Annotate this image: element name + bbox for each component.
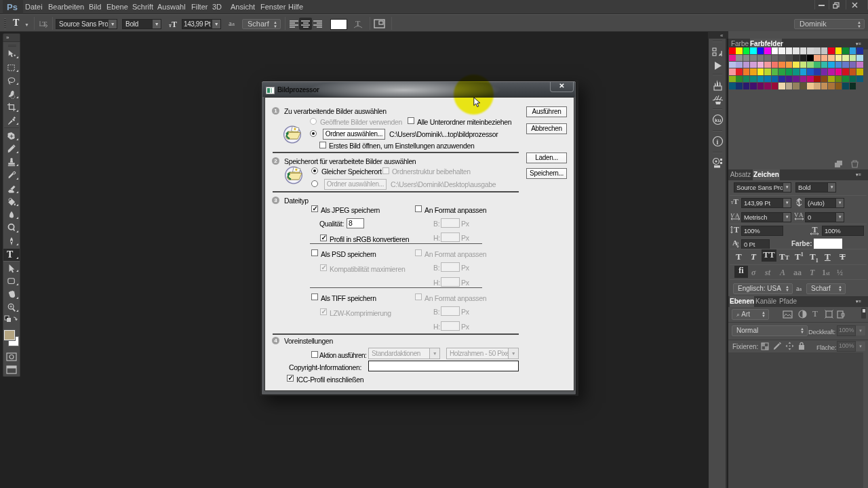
svg-text:A: A [799, 211, 804, 218]
svg-text:ku: ku [715, 117, 721, 123]
svg-text:V: V [730, 212, 735, 219]
svg-text:V: V [794, 211, 799, 218]
svg-text:T: T [734, 225, 739, 235]
svg-text:T: T [812, 225, 818, 235]
svg-text:A: A [796, 199, 800, 205]
svg-text:i: i [717, 138, 719, 146]
svg-text:A: A [735, 212, 740, 219]
svg-text:a: a [736, 240, 739, 245]
